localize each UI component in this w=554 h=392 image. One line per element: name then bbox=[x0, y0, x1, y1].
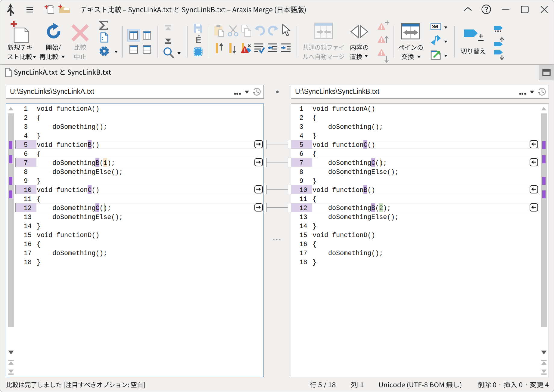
svg-text:XML: XML bbox=[432, 24, 440, 29]
